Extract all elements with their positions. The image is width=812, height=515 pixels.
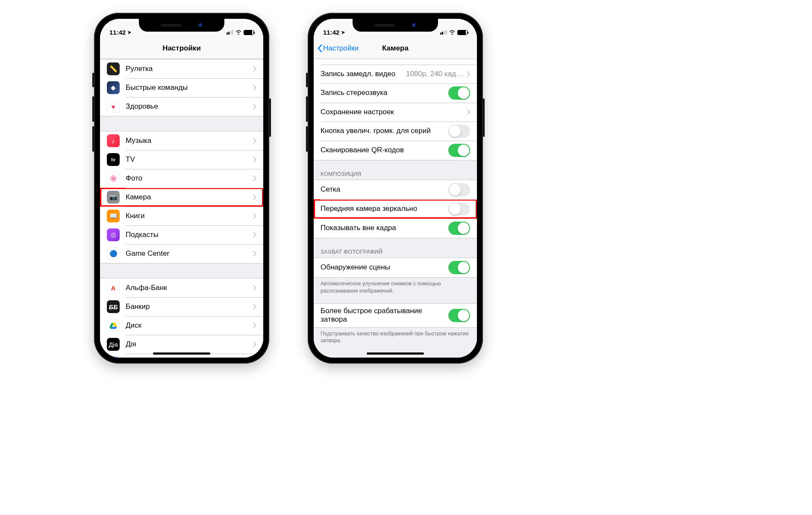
row-label: Game Center xyxy=(126,249,253,258)
footer-shutter: Подстраивать качество изображений при бы… xyxy=(314,328,477,345)
navbar: Настройки Камера xyxy=(314,38,477,59)
stereo-toggle[interactable] xyxy=(448,86,470,100)
chevron-right-icon xyxy=(253,251,256,257)
row-health[interactable]: ♥ Здоровье xyxy=(100,97,263,116)
location-icon: ➤ xyxy=(127,29,132,35)
row-books[interactable]: 📖 Книги xyxy=(100,207,263,225)
row-scene-detect[interactable]: Обнаружение сцены xyxy=(314,258,477,277)
scene-toggle[interactable] xyxy=(448,261,470,274)
row-label: Запись стереозвука xyxy=(321,89,448,97)
row-value: 1080p, 240 кад… xyxy=(406,70,463,78)
row-preserve[interactable]: Сохранение настроек xyxy=(314,103,477,121)
tv-icon: tv xyxy=(107,153,120,166)
notch xyxy=(139,19,224,32)
battery-icon xyxy=(457,30,468,35)
chevron-right-icon xyxy=(253,194,256,200)
row-label: Сохранение настроек xyxy=(321,108,467,116)
back-button[interactable]: Настройки xyxy=(317,38,359,59)
podcasts-icon: ◎ xyxy=(107,228,120,241)
row-mirror-front[interactable]: Передняя камера зеркально xyxy=(314,199,477,219)
chevron-right-icon xyxy=(253,138,256,144)
row-measure[interactable]: 📏 Рулетка xyxy=(100,59,263,78)
mute-switch xyxy=(92,73,94,87)
chevron-right-icon xyxy=(253,157,256,163)
page-title: Настройки xyxy=(162,44,201,53)
outside-toggle[interactable] xyxy=(448,222,470,235)
home-indicator[interactable] xyxy=(153,352,210,355)
row-label: Кнопка увелич. громк. для серий xyxy=(321,127,448,135)
row-shortcuts[interactable]: ◆ Быстрые команды xyxy=(100,78,263,97)
chevron-right-icon xyxy=(467,71,470,77)
row-music[interactable]: ♪ Музыка xyxy=(100,131,263,150)
status-time: 11:42 xyxy=(323,29,339,36)
chevron-right-icon xyxy=(253,175,256,181)
chevron-right-icon xyxy=(253,232,256,238)
status-time: 11:42 xyxy=(109,29,126,36)
row-label: Запись замедл. видео xyxy=(321,70,406,78)
row-alfabank[interactable]: A Альфа-Банк xyxy=(100,278,263,297)
row-label: Запись видео xyxy=(321,59,419,59)
row-stereo[interactable]: Запись стереозвука xyxy=(314,83,477,103)
row-label: TV xyxy=(126,155,253,164)
row-gamecenter[interactable]: 🔵 Game Center xyxy=(100,244,263,263)
docs-icon: ≡ xyxy=(107,357,120,358)
volume-up xyxy=(306,96,308,122)
gamecenter-icon: 🔵 xyxy=(107,247,120,260)
row-drive[interactable]: Диск xyxy=(100,316,263,335)
row-record-slomo[interactable]: Запись замедл. видео 1080p, 240 кад… xyxy=(314,65,477,83)
section-header-capture: ЗАХВАТ ФОТОГРАФИЙ xyxy=(314,238,477,258)
row-label: Более быстрое срабатывание затвора xyxy=(321,307,448,324)
row-photos[interactable]: 🌸 Фото xyxy=(100,169,263,188)
bankir-icon: ББ xyxy=(107,300,120,313)
chevron-right-icon xyxy=(253,104,256,110)
measure-icon: 📏 xyxy=(107,62,120,75)
camera-settings-list[interactable]: Запись видео 4K, 30 кадр/c Запись замедл… xyxy=(314,59,477,358)
mute-switch xyxy=(306,73,308,87)
location-icon: ➤ xyxy=(341,29,345,35)
chevron-left-icon xyxy=(317,44,322,53)
row-volume-burst[interactable]: Кнопка увелич. громк. для серий xyxy=(314,121,477,141)
shortcuts-icon: ◆ xyxy=(107,81,120,94)
qr-toggle[interactable] xyxy=(448,144,470,157)
volume-up xyxy=(92,96,94,122)
row-value: 4K, 30 кадр/c xyxy=(419,59,463,59)
row-qr[interactable]: Сканирование QR-кодов xyxy=(314,141,477,160)
settings-list[interactable]: 📏 Рулетка ◆ Быстрые команды ♥ Здоровье xyxy=(100,59,263,358)
volume-down xyxy=(306,126,308,152)
notch xyxy=(353,19,438,32)
row-outside-frame[interactable]: Показывать вне кадра xyxy=(314,219,477,238)
row-label: Передняя камера зеркально xyxy=(321,204,448,213)
mirror-toggle[interactable] xyxy=(448,202,470,216)
row-label: Музыка xyxy=(126,136,253,145)
navbar: Настройки xyxy=(100,38,263,59)
row-faster-shutter[interactable]: Более быстрое срабатывание затвора xyxy=(314,304,477,327)
row-label: Рулетка xyxy=(126,65,253,73)
shutter-toggle[interactable] xyxy=(448,309,470,322)
row-diia[interactable]: Дія Дiя xyxy=(100,335,263,354)
wifi-icon xyxy=(235,29,242,36)
grid-toggle[interactable] xyxy=(448,183,470,196)
footer-scene: Автоматическое улучшение снимков с помощ… xyxy=(314,278,477,295)
phone-camera-settings: 11:42 ➤ Настройки Камера Запись видео 4K… xyxy=(308,13,483,364)
row-label: Альфа-Банк xyxy=(126,284,253,292)
chevron-right-icon xyxy=(253,304,256,310)
row-grid[interactable]: Сетка xyxy=(314,180,477,199)
row-label: Диск xyxy=(126,321,253,330)
row-label: Банкир xyxy=(126,302,253,311)
wifi-icon xyxy=(449,29,456,36)
chevron-right-icon xyxy=(467,109,470,115)
battery-icon xyxy=(244,30,254,35)
page-title: Камера xyxy=(382,44,409,53)
chevron-right-icon xyxy=(253,341,256,347)
row-podcasts[interactable]: ◎ Подкасты xyxy=(100,225,263,244)
row-bankir[interactable]: ББ Банкир xyxy=(100,297,263,316)
row-camera[interactable]: 📷 Камера xyxy=(100,188,263,207)
row-tv[interactable]: tv TV xyxy=(100,150,263,169)
row-record-video[interactable]: Запись видео 4K, 30 кадр/c xyxy=(314,59,477,65)
power-button xyxy=(269,98,271,137)
row-label: Здоровье xyxy=(126,102,253,111)
chevron-right-icon xyxy=(253,66,256,72)
diia-icon: Дія xyxy=(107,338,120,351)
volume-burst-toggle[interactable] xyxy=(448,124,470,138)
home-indicator[interactable] xyxy=(367,352,424,355)
